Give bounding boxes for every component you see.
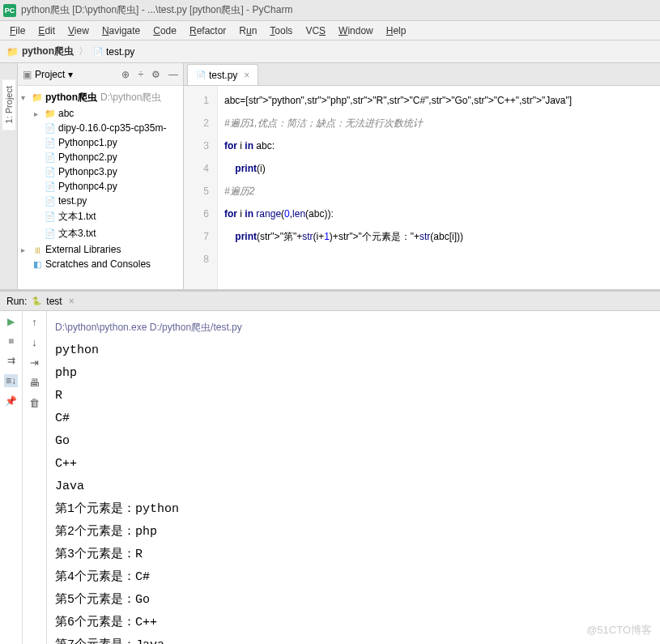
project-tree: ▾ 📁 python爬虫 D:\python爬虫 ▸📁abc📄dipy-0.16… — [18, 86, 183, 289]
tree-scratches[interactable]: ◧ Scratches and Consoles — [18, 257, 183, 271]
menu-refactor[interactable]: Refactor — [183, 23, 232, 38]
menu-code[interactable]: Code — [147, 23, 183, 38]
python-file-icon: 📄 — [196, 70, 206, 79]
scratch-icon: ◧ — [31, 259, 44, 270]
run-toolbar-right: ↑ ↓ ⇥ 🖶 🗑 — [23, 311, 47, 644]
tree-root[interactable]: ▾ 📁 python爬虫 D:\python爬虫 — [18, 89, 183, 106]
chevron-down-icon[interactable]: ▾ — [21, 93, 31, 102]
menu-vcs[interactable]: VCS — [299, 23, 332, 38]
pin-icon[interactable]: 📌 — [5, 395, 17, 407]
tree-item[interactable]: 📄文本1.txt — [18, 208, 183, 225]
tree-item[interactable]: 📄文本3.txt — [18, 225, 183, 242]
tree-item[interactable]: 📄Pythonpc4.py — [18, 179, 183, 194]
tree-item[interactable]: 📄Pythonpc1.py — [18, 135, 183, 150]
tree-external-libs[interactable]: ▸ ⫼ External Libraries — [18, 242, 183, 257]
project-panel: ▣ Project ▾ ⊕ ÷ ⚙ — ▾ 📁 python爬虫 D:\pyth… — [18, 63, 184, 289]
titlebar: PC python爬虫 [D:\python爬虫] - ...\test.py … — [0, 0, 660, 21]
menu-tools[interactable]: Tools — [263, 23, 299, 38]
editor-area: 📄 test.py × 12345678 abc=[str">"python",… — [184, 63, 660, 289]
up-icon[interactable]: ↑ — [32, 316, 37, 328]
left-tab-strip: 1: Project — [0, 63, 18, 289]
menu-view[interactable]: View — [62, 23, 96, 38]
run-config-name[interactable]: test — [46, 296, 62, 307]
tree-item[interactable]: ▸📁abc — [18, 106, 183, 121]
breadcrumb-project[interactable]: python爬虫 — [22, 45, 74, 58]
folder-icon: ▣ — [23, 69, 32, 80]
run-toolbar-left: ▶ ■ ⇉ ≡↓ 📌 — [0, 311, 23, 644]
stop-icon[interactable]: ■ — [8, 335, 14, 347]
console-output[interactable]: D:\python\python.exe D:/python爬虫/test.py… — [47, 311, 660, 644]
layout-icon[interactable]: ⇉ — [7, 355, 15, 366]
menu-edit[interactable]: Edit — [32, 23, 62, 38]
run-panel: Run: 🐍 test × ▶ ■ ⇉ ≡↓ 📌 ↑ ↓ ⇥ 🖶 🗑 D:\py… — [0, 289, 660, 644]
folder-icon: 📁 — [6, 46, 19, 58]
menubar: File Edit View Navigate Code Refactor Ru… — [0, 21, 660, 41]
close-icon[interactable]: × — [69, 296, 75, 307]
tree-item[interactable]: 📄Pythonpc3.py — [18, 164, 183, 179]
line-gutter: 12345678 — [184, 86, 218, 289]
breadcrumb-file[interactable]: test.py — [106, 46, 134, 58]
hide-icon[interactable]: — — [168, 69, 178, 80]
down-icon[interactable]: ↓ — [32, 336, 37, 348]
run-label: Run: — [6, 296, 27, 307]
run-header: Run: 🐍 test × — [0, 292, 660, 311]
window-title: python爬虫 [D:\python爬虫] - ...\test.py [py… — [21, 3, 292, 17]
menu-window[interactable]: Window — [332, 23, 380, 38]
project-tab[interactable]: 1: Project — [2, 79, 15, 130]
menu-run[interactable]: Run — [232, 23, 263, 38]
trash-icon[interactable]: 🗑 — [29, 397, 40, 409]
folder-icon: 📁 — [31, 92, 44, 103]
project-header: ▣ Project ▾ ⊕ ÷ ⚙ — — [18, 63, 183, 86]
menu-navigate[interactable]: Navigate — [96, 23, 147, 38]
divide-icon[interactable]: ÷ — [138, 69, 143, 80]
watermark: @51CTO博客 — [586, 623, 652, 638]
python-file-icon: 📄 — [93, 47, 103, 56]
library-icon: ⫼ — [31, 245, 44, 254]
close-icon[interactable]: × — [244, 70, 249, 81]
chevron-right-icon: 〉 — [79, 45, 88, 58]
layout2-icon[interactable]: ≡↓ — [4, 374, 18, 387]
menu-help[interactable]: Help — [380, 23, 413, 38]
tree-item[interactable]: 📄dipy-0.16.0-cp35-cp35m- — [18, 121, 183, 135]
gear-icon[interactable]: ⚙ — [151, 69, 160, 80]
editor-tab-strip: 📄 test.py × — [184, 63, 660, 86]
project-panel-title: Project ▾ — [35, 69, 121, 80]
play-icon[interactable]: ▶ — [7, 316, 15, 327]
tree-item[interactable]: 📄Pythonpc2.py — [18, 150, 183, 164]
code-editor[interactable]: 12345678 abc=[str">"python",str">"php",s… — [184, 86, 660, 289]
tree-item[interactable]: 📄test.py — [18, 194, 183, 208]
editor-tab[interactable]: 📄 test.py × — [187, 64, 258, 85]
app-icon: PC — [3, 4, 16, 17]
print-icon[interactable]: 🖶 — [29, 377, 40, 389]
menu-file[interactable]: File — [3, 23, 32, 38]
wrap-icon[interactable]: ⇥ — [30, 356, 39, 369]
collapse-icon[interactable]: ⊕ — [121, 69, 130, 80]
chevron-right-icon[interactable]: ▸ — [21, 245, 31, 254]
breadcrumb: 📁 python爬虫 〉 📄 test.py — [0, 41, 660, 63]
code-content[interactable]: abc=[str">"python",str">"php",str">"R",s… — [218, 86, 578, 289]
python-icon: 🐍 — [32, 296, 41, 305]
